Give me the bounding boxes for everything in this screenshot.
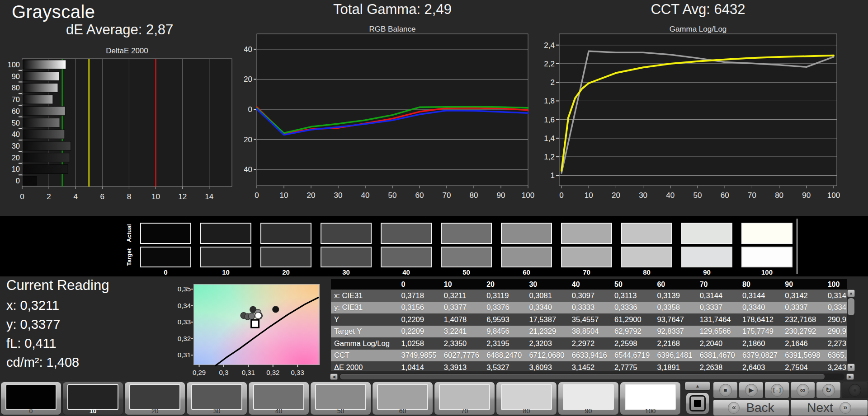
pattern-window-button[interactable] xyxy=(686,393,709,414)
gray-patch-label: 90 xyxy=(558,407,618,415)
svg-text:12: 12 xyxy=(178,192,187,201)
target-swatch-20 xyxy=(260,247,311,267)
table-cell: 2,3203 xyxy=(526,337,568,350)
table-cell: 3,6093 xyxy=(526,361,568,371)
target-swatch-50 xyxy=(441,247,492,267)
gray-patch-button-30[interactable]: 30 xyxy=(186,382,247,415)
gamma-loglog-line-chart: 2,42,221,81,61,41,2101020304050607080901… xyxy=(538,25,845,201)
gray-patch-button-0[interactable]: 0 xyxy=(0,382,61,415)
table-column-header: 0 xyxy=(398,279,441,290)
table-column-header: 70 xyxy=(697,279,739,290)
play-button[interactable]: ▶ xyxy=(739,382,764,398)
table-cell: 0,334 xyxy=(825,302,847,314)
rgb-balance-line-chart: 40200-20-400102030405060708090100 xyxy=(244,25,538,201)
svg-text:80: 80 xyxy=(775,191,783,200)
stop-button[interactable]: ■ xyxy=(713,382,738,398)
svg-text:70: 70 xyxy=(443,191,451,200)
table-cell: 1,0258 xyxy=(398,337,441,350)
table-scroll-down-button[interactable]: ▼ xyxy=(847,364,855,371)
target-swatch-10 xyxy=(200,247,251,267)
gray-patch-button-20[interactable]: 20 xyxy=(124,382,185,415)
table-cell: 3749,9855 xyxy=(398,350,441,362)
svg-text:80: 80 xyxy=(470,191,478,200)
loop-button[interactable]: ∞ xyxy=(790,382,815,398)
gray-patch-button-60[interactable]: 60 xyxy=(372,382,433,415)
gray-patch-swatch xyxy=(563,384,614,410)
table-cell: 0,3333 xyxy=(569,302,611,314)
gray-patch-label: 20 xyxy=(125,407,185,415)
cie-y-tick-label: 0,34 xyxy=(168,302,191,309)
back-button[interactable]: « Back xyxy=(713,399,789,416)
gray-patch-button-10[interactable]: 10 xyxy=(62,382,123,415)
current-reading-title: Current Reading xyxy=(6,277,109,294)
table-cell: 2,1646 xyxy=(782,337,824,350)
svg-text:0: 0 xyxy=(248,105,252,114)
svg-text:60: 60 xyxy=(721,191,729,200)
table-scroll-up-button[interactable]: ▲ xyxy=(847,290,855,297)
table-cell: 2,2972 xyxy=(569,337,611,350)
svg-text:50: 50 xyxy=(693,191,702,200)
next-button[interactable]: Next » xyxy=(790,399,868,416)
table-cell: 2,3195 xyxy=(483,337,526,350)
gray-patch-button-90[interactable]: 90 xyxy=(558,382,619,415)
gray-patch-button-80[interactable]: 80 xyxy=(496,382,557,415)
step-button[interactable]: [↔] xyxy=(764,382,789,398)
table-row-target-y: Target Y0,22093,22419,845621,232938,8504… xyxy=(331,326,847,338)
gray-patch-button-100[interactable]: 100 xyxy=(620,382,681,415)
calibration-app-window: Grayscale dE Average: 2,87 DeltaE 2000 1… xyxy=(0,0,868,416)
table-cell: 175,7749 xyxy=(739,326,782,338)
svg-text:-40: -40 xyxy=(244,165,252,174)
gray-patch-button-70[interactable]: 70 xyxy=(434,382,495,415)
swatch-level-label: 70 xyxy=(561,268,612,276)
table-cell: 0,3156 xyxy=(398,302,441,314)
gray-patch-label: 10 xyxy=(63,407,123,415)
table-cell: 0,2209 xyxy=(398,326,441,338)
table-cell: 6381,4670 xyxy=(697,350,739,362)
table-cell: 6,9593 xyxy=(483,313,526,326)
target-swatch-90 xyxy=(681,247,732,267)
table-cell: 0,3113 xyxy=(611,290,654,302)
svg-text:-20: -20 xyxy=(244,136,252,144)
deltae-bar-chart: 100908070605040302010002468101214 xyxy=(0,53,253,208)
refresh-button[interactable]: ↻ xyxy=(816,382,841,398)
target-row-label: Target xyxy=(126,243,133,271)
actual-swatch-60 xyxy=(501,223,552,244)
table-cell: 2,2040 xyxy=(697,337,739,350)
svg-text:1,2: 1,2 xyxy=(544,153,555,161)
svg-text:2: 2 xyxy=(551,78,555,87)
table-column-header: 30 xyxy=(526,279,568,290)
table-cell: 0,3376 xyxy=(483,302,526,314)
table-row-label: ΔE 2000 xyxy=(331,361,398,371)
reading-value-line: y: 0,3377 xyxy=(6,317,60,332)
table-cell: 0,3340 xyxy=(739,302,782,314)
svg-text:30: 30 xyxy=(334,191,343,200)
record-button[interactable]: ● xyxy=(842,382,868,398)
table-cell: 6379,0827 xyxy=(739,350,782,362)
table-cell: 232,7168 xyxy=(782,313,824,326)
gray-patch-button-40[interactable]: 40 xyxy=(248,382,309,415)
svg-text:10: 10 xyxy=(585,191,593,200)
table-cell: 0,3144 xyxy=(697,290,739,302)
table-column-header: 90 xyxy=(782,279,824,290)
table-cell: 2,2598 xyxy=(611,337,654,350)
table-horizontal-scrollbar-thumb[interactable] xyxy=(340,374,825,379)
svg-text:10: 10 xyxy=(280,191,288,200)
reading-value-line: fL: 0,411 xyxy=(6,336,57,351)
table-column-header: 50 xyxy=(611,279,654,290)
table-cell: 0,3336 xyxy=(611,302,654,314)
swatch-level-label: 80 xyxy=(621,268,672,276)
gray-patch-swatch xyxy=(129,384,180,410)
table-scroll-left-button[interactable]: ◀ xyxy=(330,374,338,380)
loop-icon: ∞ xyxy=(797,384,809,397)
svg-text:14: 14 xyxy=(205,192,213,201)
table-cell: 0,3144 xyxy=(739,290,782,302)
swatch-level-label: 10 xyxy=(200,268,251,276)
next-chevron-icon: » xyxy=(840,402,851,414)
table-vertical-scrollbar-thumb[interactable] xyxy=(848,298,854,315)
pattern-up-button[interactable]: ▲ xyxy=(684,381,711,391)
svg-text:1,4: 1,4 xyxy=(544,134,555,143)
actual-swatch-50 xyxy=(441,223,492,244)
gray-patch-button-50[interactable]: 50 xyxy=(310,382,371,415)
table-scroll-right-button[interactable]: ▶ xyxy=(846,374,854,380)
gray-patch-label: 70 xyxy=(434,407,495,415)
